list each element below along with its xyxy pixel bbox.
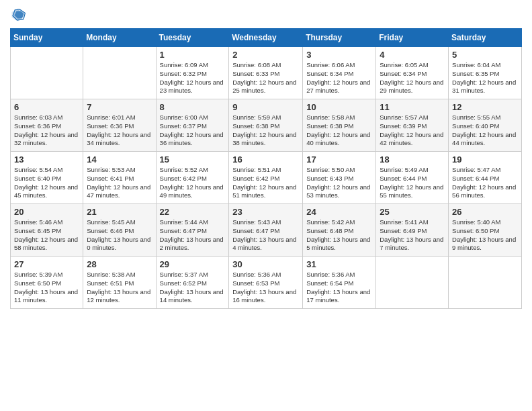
day-info: Sunrise: 5:54 AM Sunset: 6:40 PM Dayligh… [14, 166, 79, 200]
day-number: 31 [306, 259, 372, 269]
calendar-cell: 11Sunrise: 5:57 AM Sunset: 6:39 PM Dayli… [376, 99, 449, 152]
calendar-week-5: 27Sunrise: 5:39 AM Sunset: 6:50 PM Dayli… [11, 257, 522, 309]
calendar-week-3: 13Sunrise: 5:54 AM Sunset: 6:40 PM Dayli… [11, 152, 522, 204]
day-info: Sunrise: 6:03 AM Sunset: 6:36 PM Dayligh… [14, 113, 79, 148]
day-info: Sunrise: 6:01 AM Sunset: 6:36 PM Dayligh… [87, 113, 152, 148]
page: SundayMondayTuesdayWednesdayThursdayFrid… [0, 0, 532, 411]
calendar-cell: 6Sunrise: 6:03 AM Sunset: 6:36 PM Daylig… [11, 99, 83, 152]
day-number: 24 [306, 207, 372, 217]
day-number: 20 [14, 207, 79, 217]
day-number: 29 [160, 259, 226, 269]
calendar-week-2: 6Sunrise: 6:03 AM Sunset: 6:36 PM Daylig… [11, 99, 522, 152]
calendar-cell: 4Sunrise: 6:05 AM Sunset: 6:34 PM Daylig… [376, 47, 449, 99]
day-info: Sunrise: 5:40 AM Sunset: 6:50 PM Dayligh… [452, 218, 518, 253]
calendar: SundayMondayTuesdayWednesdayThursdayFrid… [10, 28, 522, 309]
calendar-cell: 17Sunrise: 5:50 AM Sunset: 6:43 PM Dayli… [303, 152, 376, 204]
day-number: 8 [160, 102, 226, 112]
day-number: 25 [380, 207, 445, 217]
calendar-cell: 22Sunrise: 5:44 AM Sunset: 6:47 PM Dayli… [156, 204, 229, 257]
calendar-cell: 28Sunrise: 5:38 AM Sunset: 6:51 PM Dayli… [83, 257, 156, 309]
day-number: 19 [452, 154, 518, 165]
weekday-thursday: Thursday [303, 29, 376, 47]
day-number: 26 [452, 207, 518, 217]
day-number: 2 [232, 50, 299, 60]
calendar-cell: 5Sunrise: 6:04 AM Sunset: 6:35 PM Daylig… [449, 47, 522, 99]
day-info: Sunrise: 5:49 AM Sunset: 6:44 PM Dayligh… [380, 166, 445, 200]
day-info: Sunrise: 6:08 AM Sunset: 6:33 PM Dayligh… [232, 61, 299, 95]
day-info: Sunrise: 5:59 AM Sunset: 6:38 PM Dayligh… [232, 113, 299, 148]
logo-icon [10, 7, 26, 23]
day-number: 6 [14, 102, 79, 112]
day-number: 23 [232, 207, 299, 217]
calendar-cell [83, 47, 156, 99]
day-info: Sunrise: 5:47 AM Sunset: 6:44 PM Dayligh… [452, 166, 518, 200]
calendar-cell: 15Sunrise: 5:52 AM Sunset: 6:42 PM Dayli… [156, 152, 229, 204]
calendar-cell: 3Sunrise: 6:06 AM Sunset: 6:34 PM Daylig… [303, 47, 376, 99]
weekday-friday: Friday [376, 29, 449, 47]
calendar-week-4: 20Sunrise: 5:46 AM Sunset: 6:45 PM Dayli… [11, 204, 522, 257]
day-number: 28 [87, 259, 152, 269]
calendar-cell [376, 257, 449, 309]
day-info: Sunrise: 5:58 AM Sunset: 6:38 PM Dayligh… [306, 113, 372, 148]
weekday-saturday: Saturday [449, 29, 522, 47]
calendar-cell: 14Sunrise: 5:53 AM Sunset: 6:41 PM Dayli… [83, 152, 156, 204]
day-info: Sunrise: 5:55 AM Sunset: 6:40 PM Dayligh… [452, 113, 518, 148]
day-number: 30 [232, 259, 299, 269]
calendar-cell: 12Sunrise: 5:55 AM Sunset: 6:40 PM Dayli… [449, 99, 522, 152]
calendar-cell: 8Sunrise: 6:00 AM Sunset: 6:37 PM Daylig… [156, 99, 229, 152]
calendar-cell: 26Sunrise: 5:40 AM Sunset: 6:50 PM Dayli… [449, 204, 522, 257]
weekday-wednesday: Wednesday [229, 29, 303, 47]
day-info: Sunrise: 5:52 AM Sunset: 6:42 PM Dayligh… [160, 166, 226, 200]
day-number: 22 [160, 207, 226, 217]
day-number: 7 [87, 102, 152, 112]
day-info: Sunrise: 6:04 AM Sunset: 6:35 PM Dayligh… [452, 61, 518, 95]
calendar-cell: 25Sunrise: 5:41 AM Sunset: 6:49 PM Dayli… [376, 204, 449, 257]
day-number: 14 [87, 154, 152, 165]
day-info: Sunrise: 6:09 AM Sunset: 6:32 PM Dayligh… [160, 61, 226, 95]
calendar-cell: 16Sunrise: 5:51 AM Sunset: 6:42 PM Dayli… [229, 152, 303, 204]
calendar-cell: 13Sunrise: 5:54 AM Sunset: 6:40 PM Dayli… [11, 152, 83, 204]
logo [10, 7, 29, 23]
calendar-cell: 9Sunrise: 5:59 AM Sunset: 6:38 PM Daylig… [229, 99, 303, 152]
calendar-cell: 27Sunrise: 5:39 AM Sunset: 6:50 PM Dayli… [11, 257, 83, 309]
day-number: 4 [380, 50, 445, 60]
day-number: 21 [87, 207, 152, 217]
day-info: Sunrise: 5:39 AM Sunset: 6:50 PM Dayligh… [14, 271, 79, 305]
weekday-header-row: SundayMondayTuesdayWednesdayThursdayFrid… [11, 29, 522, 47]
day-number: 9 [232, 102, 299, 112]
calendar-cell: 7Sunrise: 6:01 AM Sunset: 6:36 PM Daylig… [83, 99, 156, 152]
day-info: Sunrise: 5:42 AM Sunset: 6:48 PM Dayligh… [306, 218, 372, 253]
day-info: Sunrise: 5:36 AM Sunset: 6:54 PM Dayligh… [306, 271, 372, 305]
calendar-cell: 18Sunrise: 5:49 AM Sunset: 6:44 PM Dayli… [376, 152, 449, 204]
weekday-monday: Monday [83, 29, 156, 47]
day-info: Sunrise: 5:44 AM Sunset: 6:47 PM Dayligh… [160, 218, 226, 253]
calendar-cell: 21Sunrise: 5:45 AM Sunset: 6:46 PM Dayli… [83, 204, 156, 257]
day-number: 27 [14, 259, 79, 269]
day-info: Sunrise: 6:00 AM Sunset: 6:37 PM Dayligh… [160, 113, 226, 148]
day-info: Sunrise: 5:50 AM Sunset: 6:43 PM Dayligh… [306, 166, 372, 200]
calendar-cell: 1Sunrise: 6:09 AM Sunset: 6:32 PM Daylig… [156, 47, 229, 99]
day-number: 3 [306, 50, 372, 60]
calendar-week-1: 1Sunrise: 6:09 AM Sunset: 6:32 PM Daylig… [11, 47, 522, 99]
day-number: 5 [452, 50, 518, 60]
day-info: Sunrise: 5:53 AM Sunset: 6:41 PM Dayligh… [87, 166, 152, 200]
calendar-cell: 23Sunrise: 5:43 AM Sunset: 6:47 PM Dayli… [229, 204, 303, 257]
calendar-cell: 10Sunrise: 5:58 AM Sunset: 6:38 PM Dayli… [303, 99, 376, 152]
day-info: Sunrise: 5:36 AM Sunset: 6:53 PM Dayligh… [232, 271, 299, 305]
day-info: Sunrise: 5:57 AM Sunset: 6:39 PM Dayligh… [380, 113, 445, 148]
day-info: Sunrise: 5:45 AM Sunset: 6:46 PM Dayligh… [87, 218, 152, 253]
day-number: 16 [232, 154, 299, 165]
calendar-cell: 31Sunrise: 5:36 AM Sunset: 6:54 PM Dayli… [303, 257, 376, 309]
day-info: Sunrise: 5:43 AM Sunset: 6:47 PM Dayligh… [232, 218, 299, 253]
calendar-cell: 24Sunrise: 5:42 AM Sunset: 6:48 PM Dayli… [303, 204, 376, 257]
calendar-cell: 29Sunrise: 5:37 AM Sunset: 6:52 PM Dayli… [156, 257, 229, 309]
calendar-cell [449, 257, 522, 309]
calendar-cell: 19Sunrise: 5:47 AM Sunset: 6:44 PM Dayli… [449, 152, 522, 204]
day-number: 17 [306, 154, 372, 165]
day-number: 10 [306, 102, 372, 112]
day-info: Sunrise: 6:05 AM Sunset: 6:34 PM Dayligh… [380, 61, 445, 95]
day-info: Sunrise: 5:38 AM Sunset: 6:51 PM Dayligh… [87, 271, 152, 305]
day-info: Sunrise: 5:37 AM Sunset: 6:52 PM Dayligh… [160, 271, 226, 305]
day-number: 15 [160, 154, 226, 165]
weekday-tuesday: Tuesday [156, 29, 229, 47]
